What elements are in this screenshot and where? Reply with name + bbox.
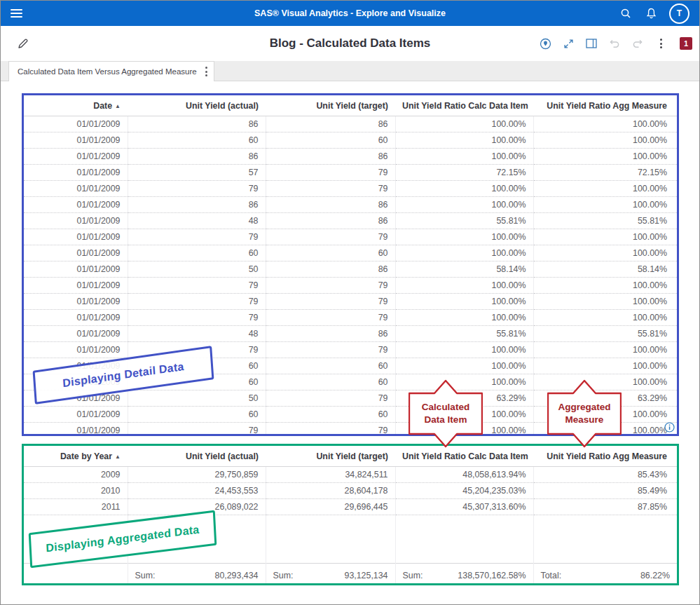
table-cell: 86 xyxy=(266,197,395,213)
table-cell: 60 xyxy=(128,374,266,390)
table-cell: 100.00% xyxy=(533,294,677,310)
table-cell: 86 xyxy=(128,116,266,132)
table-cell: 86 xyxy=(266,261,395,278)
notifications-bell-icon[interactable] xyxy=(644,6,658,20)
table-row[interactable]: 01/01/20097979100.00%100.00% xyxy=(24,423,677,437)
table-cell: 63.29% xyxy=(395,390,533,407)
table-row[interactable]: 01/01/20096060100.00%100.00% xyxy=(24,358,677,374)
application-bar: SAS® Visual Analytics - Explore and Visu… xyxy=(1,1,699,26)
table-cell: 01/01/2009 xyxy=(24,245,128,261)
table-cell: 01/01/2009 xyxy=(24,165,128,181)
table-cell: 79 xyxy=(266,390,395,407)
table-cell: 60 xyxy=(266,132,395,149)
table-row[interactable]: 200929,750,85934,824,51148,058,613.94%85… xyxy=(24,467,677,483)
table-cell: 26,089,022 xyxy=(128,499,266,515)
table-cell: 55.81% xyxy=(533,326,677,342)
table-row[interactable]: 201126,089,02229,696,44545,307,313.60%87… xyxy=(24,499,677,515)
column-header-ratio-agg-measure[interactable]: Unit Yield Ratio Agg Measure xyxy=(533,446,677,467)
column-header-label: Date xyxy=(93,101,112,111)
menu-icon[interactable] xyxy=(11,9,22,18)
table-cell: 60 xyxy=(128,358,266,374)
column-header-ratio-calc-data-item[interactable]: Unit Yield Ratio Calc Data Item xyxy=(395,95,533,116)
table-cell: 01/01/2009 xyxy=(24,181,128,197)
table-cell: 100.00% xyxy=(533,407,677,423)
summary-cell: Sum:93,125,134 xyxy=(266,564,395,586)
table-row[interactable]: 01/01/20097979100.00%100.00% xyxy=(24,294,677,310)
table-row[interactable]: 01/01/20096060100.00%100.00% xyxy=(24,132,677,149)
table-row[interactable]: 201024,453,55328,604,17845,204,235.03%85… xyxy=(24,483,677,499)
maximize-icon[interactable] xyxy=(561,36,575,50)
column-header-unit-yield-target[interactable]: Unit Yield (target) xyxy=(266,446,395,467)
more-options-kebab-icon[interactable] xyxy=(654,36,668,50)
edit-pencil-icon[interactable] xyxy=(16,36,30,50)
table-cell: 48 xyxy=(128,326,266,342)
table-cell: 55.81% xyxy=(395,326,533,342)
table-cell: 01/01/2009 xyxy=(24,358,128,374)
table-cell: 01/01/2009 xyxy=(24,278,128,294)
redo-icon[interactable] xyxy=(631,36,645,50)
table-cell: 100.00% xyxy=(533,229,677,245)
table-row[interactable]: 01/01/2009507963.29%63.29% xyxy=(24,390,677,407)
table-row[interactable]: 01/01/20097979100.00%100.00% xyxy=(24,181,677,197)
table-cell: 79 xyxy=(128,229,266,245)
table-row[interactable]: 01/01/20097979100.00%100.00% xyxy=(24,310,677,326)
location-pin-icon[interactable] xyxy=(538,36,552,50)
table-row[interactable]: 01/01/20098686100.00%100.00% xyxy=(24,197,677,213)
table-row[interactable]: 01/01/20096060100.00%100.00% xyxy=(24,407,677,423)
table-cell: 79 xyxy=(128,423,266,437)
panel-layout-icon[interactable] xyxy=(584,36,598,50)
info-icon[interactable] xyxy=(664,422,675,433)
table-cell: 87.85% xyxy=(533,499,677,515)
table-cell: 60 xyxy=(266,358,395,374)
table-row[interactable]: 01/01/20096060100.00%100.00% xyxy=(24,374,677,390)
table-cell: 01/01/2009 xyxy=(24,229,128,245)
table-cell: 55.81% xyxy=(395,213,533,229)
summary-label: Sum: xyxy=(135,570,156,581)
table-cell: 01/01/2009 xyxy=(24,261,128,278)
table-cell: 01/01/2009 xyxy=(24,197,128,213)
summary-value: 93,125,134 xyxy=(344,570,387,581)
tab-options-kebab-icon[interactable] xyxy=(205,67,207,76)
table-cell: 28,604,178 xyxy=(266,483,395,499)
column-header-date[interactable]: Date▲ xyxy=(24,95,128,116)
table-cell: 86 xyxy=(128,149,266,165)
column-header-date-by-year[interactable]: Date by Year▲ xyxy=(24,446,128,467)
table-row[interactable]: 01/01/20097979100.00%100.00% xyxy=(24,342,677,358)
table-row[interactable]: 01/01/20096060100.00%100.00% xyxy=(24,245,677,261)
table-row[interactable]: 01/01/20097979100.00%100.00% xyxy=(24,278,677,294)
table-row[interactable]: 01/01/2009488655.81%55.81% xyxy=(24,213,677,229)
aggregated-data-table-object: Date by Year▲ Unit Yield (actual) Unit Y… xyxy=(22,444,679,585)
table-cell: 100.00% xyxy=(533,342,677,358)
search-icon[interactable] xyxy=(619,6,633,20)
column-header-unit-yield-actual[interactable]: Unit Yield (actual) xyxy=(128,95,266,116)
aggregated-table: Date by Year▲ Unit Yield (actual) Unit Y… xyxy=(24,446,677,585)
undo-icon[interactable] xyxy=(608,36,622,50)
summary-cell: Total:86.22% xyxy=(533,564,677,586)
application-window: SAS® Visual Analytics - Explore and Visu… xyxy=(0,0,700,605)
detail-table: Date▲ Unit Yield (actual) Unit Yield (ta… xyxy=(24,95,677,436)
column-header-ratio-agg-measure[interactable]: Unit Yield Ratio Agg Measure xyxy=(533,95,677,116)
column-header-ratio-calc-data-item[interactable]: Unit Yield Ratio Calc Data Item xyxy=(395,446,533,467)
sort-ascending-icon: ▲ xyxy=(115,454,121,460)
table-cell: 85.49% xyxy=(533,483,677,499)
report-toolbar-actions: 1 xyxy=(538,26,692,61)
user-avatar[interactable]: T xyxy=(669,4,689,24)
table-cell: 79 xyxy=(266,165,395,181)
table-cell: 45,307,313.60% xyxy=(395,499,533,515)
table-cell: 100.00% xyxy=(395,374,533,390)
table-cell: 86 xyxy=(266,116,395,132)
column-header-unit-yield-actual[interactable]: Unit Yield (actual) xyxy=(128,446,266,467)
table-cell: 79 xyxy=(266,181,395,197)
table-cell: 100.00% xyxy=(395,310,533,326)
table-row[interactable]: 01/01/2009508658.14%58.14% xyxy=(24,261,677,278)
tab-calculated-vs-aggregated[interactable]: Calculated Data Item Versus Aggregated M… xyxy=(8,61,214,81)
column-header-unit-yield-target[interactable]: Unit Yield (target) xyxy=(266,95,395,116)
table-row[interactable]: 01/01/2009488655.81%55.81% xyxy=(24,326,677,342)
alert-count-badge[interactable]: 1 xyxy=(680,37,692,50)
detail-data-table-object: Date▲ Unit Yield (actual) Unit Yield (ta… xyxy=(22,93,679,436)
table-row[interactable]: 01/01/20098686100.00%100.00% xyxy=(24,149,677,165)
table-cell: 79 xyxy=(266,229,395,245)
table-row[interactable]: 01/01/20098686100.00%100.00% xyxy=(24,116,677,132)
table-row[interactable]: 01/01/20097979100.00%100.00% xyxy=(24,229,677,245)
table-row[interactable]: 01/01/2009577972.15%72.15% xyxy=(24,165,677,181)
